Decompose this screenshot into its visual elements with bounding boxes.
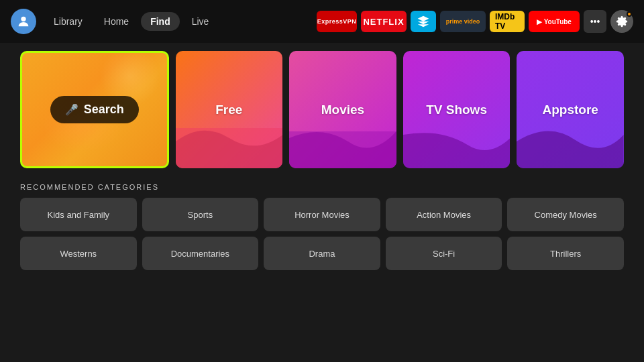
- cat-horror-movies[interactable]: Horror Movies: [264, 198, 380, 231]
- recommended-section: RECOMMENDED CATEGORIES Kids and Family S…: [20, 183, 624, 270]
- nav-links: Library Home Find Live: [44, 12, 218, 31]
- more-button[interactable]: •••: [584, 10, 606, 33]
- expressvpn-icon[interactable]: ExpressVPN: [317, 11, 357, 32]
- netflix-icon[interactable]: NETFLIX: [361, 11, 407, 32]
- movies-tile[interactable]: Movies: [289, 51, 396, 168]
- settings-button[interactable]: [610, 10, 633, 33]
- categories-grid: Kids and Family Sports Horror Movies Act…: [20, 198, 624, 270]
- wave-decor-movies: [289, 121, 396, 168]
- cat-sci-fi[interactable]: Sci-Fi: [386, 237, 502, 270]
- top-nav: Library Home Find Live ExpressVPN NETFLI…: [0, 0, 644, 43]
- wave-decor-appstore: [517, 121, 624, 168]
- nav-live[interactable]: Live: [182, 12, 219, 31]
- search-tile[interactable]: 🎤 Search: [20, 51, 169, 168]
- settings-notification-dot: [627, 11, 632, 17]
- search-button[interactable]: 🎤 Search: [50, 96, 139, 123]
- mic-icon: 🎤: [65, 103, 78, 116]
- search-label: Search: [84, 103, 124, 117]
- nav-library[interactable]: Library: [44, 12, 92, 31]
- free-label: Free: [215, 103, 242, 117]
- tvshows-label: TV Shows: [426, 103, 487, 117]
- imdb-icon[interactable]: IMDb TV: [490, 11, 525, 32]
- cat-drama[interactable]: Drama: [264, 237, 380, 270]
- cat-sports[interactable]: Sports: [142, 198, 259, 231]
- appstore-label: Appstore: [542, 103, 598, 117]
- youtube-icon[interactable]: ▶ YouTube: [529, 11, 580, 32]
- app-icons-bar: ExpressVPN NETFLIX prime video IMDb TV ▶…: [317, 10, 633, 33]
- svg-point-0: [21, 17, 25, 21]
- avatar[interactable]: [11, 9, 36, 34]
- freevee-icon[interactable]: [411, 11, 436, 32]
- recommended-title: RECOMMENDED CATEGORIES: [20, 183, 624, 191]
- cat-thrillers[interactable]: Thrillers: [507, 237, 624, 270]
- cat-westerns[interactable]: Westerns: [20, 237, 137, 270]
- cat-comedy-movies[interactable]: Comedy Movies: [507, 198, 624, 231]
- free-tile[interactable]: Free: [176, 51, 283, 168]
- wave-decor-tvshows: [403, 121, 511, 168]
- tvshows-tile[interactable]: TV Shows: [403, 51, 511, 168]
- appstore-tile[interactable]: Appstore: [517, 51, 624, 168]
- cat-documentaries[interactable]: Documentaries: [142, 237, 259, 270]
- main-content: 🎤 Search Free Movies: [0, 43, 644, 278]
- nav-find[interactable]: Find: [141, 12, 180, 31]
- wave-decor-free: [176, 121, 283, 168]
- category-tiles: 🎤 Search Free Movies: [20, 51, 624, 168]
- nav-home[interactable]: Home: [95, 12, 138, 31]
- movies-label: Movies: [321, 103, 364, 117]
- cat-kids-family[interactable]: Kids and Family: [20, 198, 137, 231]
- prime-video-icon[interactable]: prime video: [440, 11, 486, 32]
- cat-action-movies[interactable]: Action Movies: [386, 198, 502, 231]
